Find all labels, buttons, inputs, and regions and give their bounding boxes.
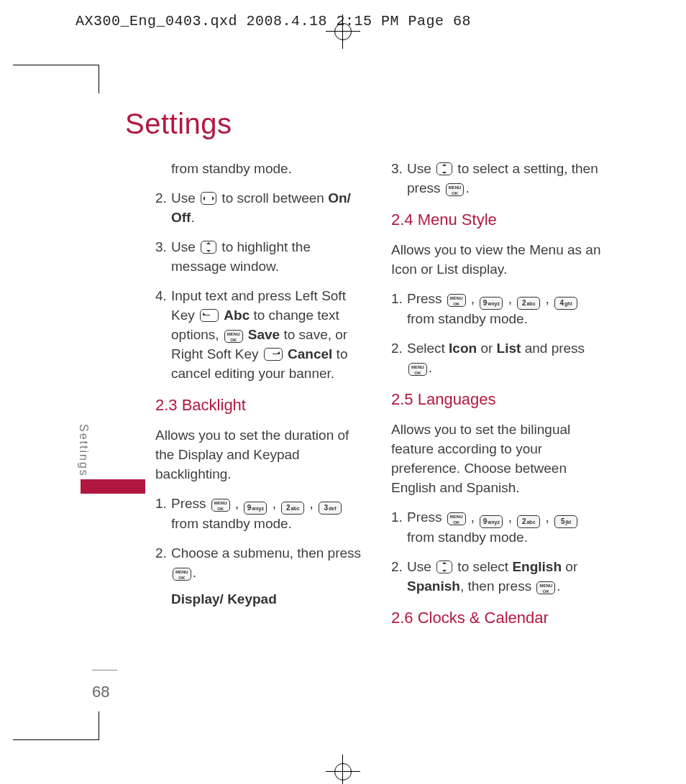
list-item: 2. Select Icon or List and press MENUOK.: [391, 339, 603, 378]
page-number-rule: [92, 670, 117, 670]
print-slug: AX300_Eng_0403.qxd 2008.4.18 2:15 PM Pag…: [76, 13, 471, 29]
up-down-nav-icon: [436, 561, 452, 573]
key-3-icon: 3def: [319, 502, 342, 515]
step-number: 1.: [391, 508, 407, 548]
list-item: 3. Use to select a setting, then press M…: [391, 160, 603, 198]
body-text: Use to select a setting, then press MENU…: [407, 160, 603, 198]
step-number: 4.: [155, 287, 171, 384]
body-text: Select Icon or List and press MENUOK.: [407, 339, 603, 378]
body-text: Use to select English or Spanish, then p…: [407, 558, 603, 596]
list-item: 1. Press MENUOK , 9wxyz , 2abc , 3def fr…: [155, 494, 367, 534]
list-item: 2. Choose a submenu, then press MENUOK. …: [155, 544, 367, 609]
step-number: 1.: [391, 290, 407, 329]
step-number: 2.: [155, 544, 171, 609]
step-number: 3.: [155, 238, 171, 277]
side-tab-label: Settings: [77, 424, 90, 477]
list-item: 1. Press MENUOK , 9wxyz , 2abc , 4ghi fr…: [391, 290, 603, 329]
menu-ok-key-icon: MENUOK: [447, 294, 466, 307]
right-softkey-icon: [264, 348, 283, 361]
key-2-icon: 2abc: [517, 297, 540, 310]
key-5-icon: 5jkl: [554, 515, 577, 528]
menu-ok-key-icon: MENUOK: [173, 568, 191, 581]
left-softkey-icon: [200, 309, 219, 322]
left-right-nav-icon: [201, 192, 216, 205]
menu-ok-key-icon: MENUOK: [408, 363, 427, 376]
section-heading: 2.3 Backlight: [155, 394, 367, 416]
key-2-icon: 2abc: [281, 502, 304, 515]
list-item: 2. Use to scroll between On/ Off.: [155, 189, 367, 228]
body-text: Press MENUOK , 9wxyz , 2abc , 5jkl from …: [407, 508, 603, 548]
menu-ok-key-icon: MENUOK: [447, 512, 466, 525]
section-heading: 2.5 Languages: [391, 388, 603, 410]
side-tab-bar: [81, 479, 145, 494]
step-number: 2.: [391, 339, 407, 378]
body-text: Input text and press Left Soft Key Abc t…: [171, 287, 367, 384]
section-heading: 2.6 Clocks & Calendar: [391, 607, 603, 629]
body-text: Press MENUOK , 9wxyz , 2abc , 3def from …: [171, 494, 367, 534]
body-text: Allows you to view the Menu as an Icon o…: [391, 241, 603, 280]
crop-mark-icon: [13, 65, 99, 93]
body-text: Use to highlight the message window.: [171, 238, 367, 277]
menu-ok-key-icon: MENUOK: [536, 581, 555, 594]
step-number: 2.: [391, 558, 407, 596]
key-9-icon: 9wxyz: [480, 515, 503, 528]
list-item: 4. Input text and press Left Soft Key Ab…: [155, 287, 367, 384]
body-text: Allows you to set the bilingual feature …: [391, 420, 603, 498]
list-item: 2. Use to select English or Spanish, the…: [391, 558, 603, 596]
body-text: Allows you to set the duration of the Di…: [155, 426, 367, 484]
left-column: from standby mode. 2. Use to scroll betw…: [155, 160, 367, 639]
menu-ok-key-icon: MENUOK: [224, 330, 243, 343]
key-2-icon: 2abc: [517, 515, 540, 528]
section-heading: 2.4 Menu Style: [391, 208, 603, 231]
right-column: 3. Use to select a setting, then press M…: [391, 160, 603, 639]
step-number: 3.: [391, 160, 407, 198]
step-number: 1.: [155, 494, 171, 534]
page-number: 68: [92, 683, 109, 701]
body-text: from standby mode.: [171, 160, 367, 179]
crop-mark-icon: [13, 711, 99, 740]
page-title: Settings: [125, 108, 232, 140]
key-9-icon: 9wxyz: [244, 502, 267, 515]
list-item: 1. Press MENUOK , 9wxyz , 2abc , 5jkl fr…: [391, 508, 603, 548]
key-9-icon: 9wxyz: [480, 297, 503, 310]
body-text: Choose a submenu, then press MENUOK. Dis…: [171, 544, 367, 609]
menu-ok-key-icon: MENUOK: [211, 499, 230, 512]
up-down-nav-icon: [436, 162, 452, 175]
up-down-nav-icon: [201, 241, 216, 254]
registration-mark-icon: [326, 755, 360, 784]
key-4-icon: 4ghi: [554, 297, 577, 310]
submenu-label: Display/ Keypad: [171, 590, 367, 609]
step-number: 2.: [155, 189, 171, 228]
menu-ok-key-icon: MENUOK: [446, 183, 465, 196]
list-item: 3. Use to highlight the message window.: [155, 238, 367, 277]
registration-mark-icon: [326, 14, 360, 49]
body-text: Press MENUOK , 9wxyz , 2abc , 4ghi from …: [407, 290, 603, 329]
body-text: Use to scroll between On/ Off.: [171, 189, 367, 228]
